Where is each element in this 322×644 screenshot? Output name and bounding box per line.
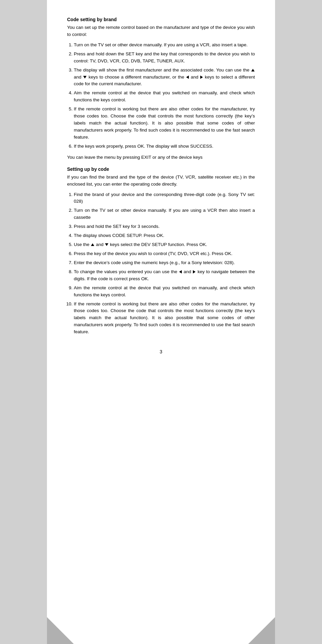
section-setup-by-code: Setting up by code If you can find the b… [67, 166, 255, 336]
triangle-down-icon [105, 243, 108, 246]
triangle-down-icon [83, 76, 87, 79]
list-item: Press and hold the SET key for 3 seconds… [74, 223, 255, 230]
triangle-left-icon [179, 270, 182, 274]
list-item: Press the key of the device you wish to … [74, 250, 255, 257]
list-item: Aim the remote control at the device tha… [74, 285, 255, 299]
list-item: Turn on the TV set or other device manua… [74, 42, 255, 49]
corner-decoration-bottom-left [47, 617, 74, 644]
section-intro-brand: You can set up the remote control based … [67, 24, 255, 38]
brand-list: Turn on the TV set or other device manua… [67, 42, 255, 150]
list-item: Aim the remote control at the device tha… [74, 90, 255, 104]
list-item: If the remote control is working but the… [74, 301, 255, 336]
triangle-right-icon [193, 270, 196, 274]
list-item: The display will show the first manufact… [74, 67, 255, 88]
list-item: Use the and keys select the DEV SETUP fu… [74, 241, 255, 248]
list-item: Find the brand of your device and the co… [74, 191, 255, 205]
list-item: Press and hold down the SET key and the … [74, 51, 255, 65]
list-item: Enter the device’s code using the numeri… [74, 259, 255, 266]
list-item: If the keys work properly, press OK. The… [74, 143, 255, 150]
list-item: If the remote control is working but the… [74, 106, 255, 141]
list-item: The display shows CODE SETUP. Press OK. [74, 232, 255, 239]
section-title-brand: Code setting by brand [67, 17, 255, 22]
section-outro-brand: You can leave the menu by pressing EXIT … [67, 154, 255, 161]
triangle-up-icon [91, 243, 94, 246]
page-number: 3 [67, 349, 255, 354]
page-container: Code setting by brand You can set up the… [47, 0, 275, 644]
section-title-code: Setting up by code [67, 166, 255, 172]
triangle-left-icon [186, 76, 189, 79]
list-item: Turn on the TV set or other device manua… [74, 207, 255, 221]
triangle-up-icon [251, 69, 255, 71]
section-code-setting: Code setting by brand You can set up the… [67, 17, 255, 161]
corner-decoration-bottom-right [248, 617, 275, 644]
section-intro-code: If you can find the brand and the type o… [67, 174, 255, 188]
code-list: Find the brand of your device and the co… [67, 191, 255, 336]
triangle-right-icon [200, 76, 203, 79]
list-item: To change the values you entered you can… [74, 268, 255, 283]
